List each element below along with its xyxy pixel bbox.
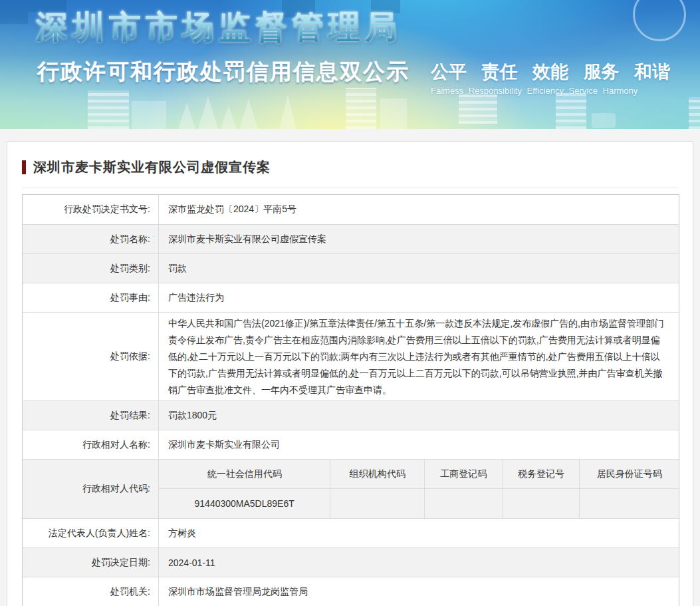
table-row-document-number: 行政处罚决定书文号: 深市监龙处罚〔2024〕平南5号 <box>23 195 679 224</box>
skyline-building-icon <box>132 101 166 129</box>
site-title: 深圳市市场监督管理局 <box>36 4 402 51</box>
row-label: 处罚类别: <box>23 254 159 283</box>
table-row-penalty-category: 处罚类别: 罚款 <box>23 253 679 283</box>
table-row-penalty-basis: 处罚依据: 中华人民共和国广告法(2021修正)/第五章法律责任/第五十五条/第… <box>23 312 679 400</box>
skyline-building-icon <box>459 94 497 124</box>
row-label: 行政处罚决定书文号: <box>23 195 159 224</box>
row-value: 罚款 <box>159 254 679 283</box>
code-column-header: 工商登记码 <box>424 460 503 489</box>
site-banner: 深圳市市场监督管理局 行政许可和行政处罚信用信息双公示 公平 责任 效能 服务 … <box>0 0 700 129</box>
code-column-header: 统一社会信用代码 <box>159 460 330 489</box>
banner-slogan: 公平 责任 效能 服务 和谐 Faimess Responsibility Ef… <box>431 60 683 96</box>
skyline-building-icon <box>346 88 376 129</box>
skyline-tree-icon <box>239 98 258 129</box>
code-cell-value <box>330 489 424 518</box>
content-card: 深圳市麦卡斯实业有限公司虚假宣传案 行政处罚决定书文号: 深市监龙处罚〔2024… <box>7 141 693 606</box>
table-row-party-codes: 行政相对人代码: 统一社会信用代码 组织机构代码 工商登记码 税务登记号 居民身… <box>23 459 679 518</box>
skyline-truck-icon <box>592 113 616 128</box>
case-header: 深圳市麦卡斯实业有限公司虚假宣传案 <box>7 142 693 176</box>
table-row-penalty-reason: 处罚事由: 广告违法行为 <box>23 283 679 312</box>
table-row-penalty-authority: 处罚机关: 深圳市市场监督管理局龙岗监管局 <box>23 577 679 606</box>
code-cell-value <box>579 489 679 518</box>
row-label: 处罚决定日期: <box>23 548 159 577</box>
code-sub-table: 统一社会信用代码 组织机构代码 工商登记码 税务登记号 居民身份证号码 9144… <box>159 460 679 518</box>
slogan-chinese: 公平 责任 效能 服务 和谐 <box>431 60 683 84</box>
row-label: 法定代表人(负责人)姓名: <box>23 519 159 547</box>
row-value: 中华人民共和国广告法(2021修正)/第五章法律责任/第五十五条/第一款违反本法… <box>159 313 679 400</box>
skyline-tree-icon <box>279 94 296 129</box>
row-value: 深圳市市场监督管理局龙岗监管局 <box>159 577 679 606</box>
row-label: 处罚机关: <box>23 577 159 606</box>
row-label: 处罚事由: <box>23 283 159 312</box>
table-row-legal-representative: 法定代表人(负责人)姓名: 方树炎 <box>23 518 679 547</box>
code-cell-value <box>503 489 580 518</box>
site-subtitle: 行政许可和行政处罚信用信息双公示 <box>37 57 409 87</box>
header-divider <box>22 188 678 188</box>
table-row-penalty-result: 处罚结果: 罚款1800元 <box>23 400 679 430</box>
code-cell-value <box>424 489 503 518</box>
row-label: 处罚名称: <box>23 225 159 253</box>
title-accent-bar <box>22 160 26 174</box>
row-value: 罚款1800元 <box>159 401 679 430</box>
skyline-building-icon <box>88 90 129 129</box>
code-cell-value: 91440300MA5DL89E6T <box>159 489 330 518</box>
code-column-header: 税务登记号 <box>503 460 580 489</box>
row-label: 处罚依据: <box>23 313 159 400</box>
skyline-building-icon <box>689 97 700 129</box>
page-background: 深圳市麦卡斯实业有限公司虚假宣传案 行政处罚决定书文号: 深市监龙处罚〔2024… <box>0 129 700 606</box>
skyline-tree-icon <box>198 96 218 129</box>
slogan-english: Faimess Responsibility Efficiency Servic… <box>431 86 683 96</box>
row-label: 行政相对人代码: <box>23 460 159 518</box>
skyline-building-icon <box>380 98 407 129</box>
skyline-tree-icon <box>178 102 195 129</box>
skyline-tree-icon <box>221 105 237 129</box>
row-value: 方树炎 <box>159 519 679 547</box>
skyline-building-icon <box>556 93 586 129</box>
row-value: 2024-01-11 <box>159 548 679 577</box>
dark-building-icon <box>0 0 28 24</box>
table-row-party-name: 行政相对人名称: 深圳市麦卡斯实业有限公司 <box>23 430 679 459</box>
table-row-penalty-name: 处罚名称: 深圳市麦卡斯实业有限公司虚假宣传案 <box>23 224 679 253</box>
row-value: 深市监龙处罚〔2024〕平南5号 <box>159 195 679 224</box>
code-column-header: 组织机构代码 <box>330 460 424 489</box>
code-column-header: 居民身份证号码 <box>579 460 679 489</box>
row-value: 深圳市麦卡斯实业有限公司虚假宣传案 <box>159 225 679 253</box>
case-title: 深圳市麦卡斯实业有限公司虚假宣传案 <box>33 158 271 176</box>
ferris-wheel-icon <box>633 0 686 41</box>
table-row-decision-date: 处罚决定日期: 2024-01-11 <box>23 547 679 577</box>
row-value: 深圳市麦卡斯实业有限公司 <box>159 430 679 459</box>
row-label: 处罚结果: <box>23 401 159 430</box>
row-value: 广告违法行为 <box>159 283 679 312</box>
penalty-detail-table: 行政处罚决定书文号: 深市监龙处罚〔2024〕平南5号 处罚名称: 深圳市麦卡斯… <box>22 194 679 606</box>
row-label: 行政相对人名称: <box>23 430 159 459</box>
